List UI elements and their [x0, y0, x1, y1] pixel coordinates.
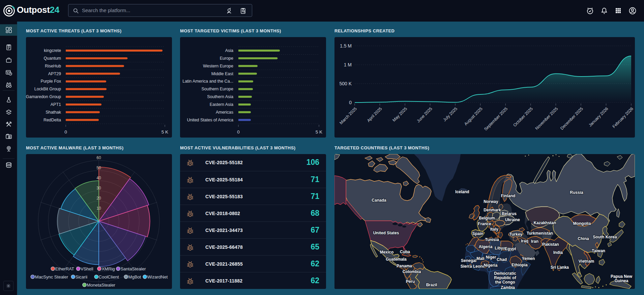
svg-text:Turkey: Turkey: [509, 232, 523, 237]
svg-text:500 K: 500 K: [339, 81, 352, 86]
svg-text:Gamaredon Group: Gamaredon Group: [26, 94, 61, 99]
svg-text:MgBot: MgBot: [128, 274, 141, 279]
svg-text:Ethiopia: Ethiopia: [511, 263, 528, 267]
svg-text:Iraq: Iraq: [521, 239, 528, 243]
svg-text:Mexico: Mexico: [380, 250, 394, 255]
svg-text:MonetaStealer: MonetaStealer: [87, 283, 115, 288]
svg-text:Finland: Finland: [501, 194, 516, 198]
svg-text:Colombia: Colombia: [403, 269, 421, 274]
svg-text:Guatemala: Guatemala: [386, 257, 407, 262]
svg-text:Shathak: Shathak: [46, 110, 61, 115]
svg-text:United States of America: United States of America: [187, 118, 233, 122]
svg-text:EtherRAT: EtherRAT: [55, 266, 74, 271]
svg-text:July 2025: July 2025: [442, 106, 459, 122]
svg-text:Russia: Russia: [570, 190, 583, 195]
svg-text:Eastern Asia: Eastern Asia: [210, 102, 233, 107]
svg-text:SantaStealer: SantaStealer: [120, 266, 146, 271]
svg-text:South Korea: South Korea: [593, 235, 617, 239]
svg-text:China: China: [578, 236, 589, 241]
svg-text:CoolClient: CoolClient: [99, 274, 119, 279]
svg-text:Chad: Chad: [497, 257, 507, 262]
svg-text:August 2025: August 2025: [463, 106, 484, 126]
svg-text:Papua New: Papua New: [611, 274, 633, 279]
svg-text:Sierra Leone: Sierra Leone: [461, 264, 485, 269]
svg-text:Denmark: Denmark: [484, 208, 501, 212]
svg-text:MacSync Stealer: MacSync Stealer: [35, 274, 68, 279]
svg-text:the Congo: the Congo: [495, 280, 515, 285]
svg-text:Sri Lanka: Sri Lanka: [551, 265, 569, 270]
svg-text:Sicarii: Sicarii: [76, 274, 88, 279]
svg-text:Middle East: Middle East: [211, 71, 234, 76]
svg-text:Brazil: Brazil: [426, 283, 437, 287]
svg-text:Latin America and the Ca...: Latin America and the Ca...: [182, 79, 233, 84]
svg-text:September 2025: September 2025: [483, 106, 508, 131]
svg-text:Quantum: Quantum: [44, 56, 61, 61]
svg-text:Norway: Norway: [484, 199, 498, 204]
svg-text:Democratic: Democratic: [494, 271, 516, 276]
svg-text:Purple Fox: Purple Fox: [41, 79, 61, 84]
svg-text:Europe: Europe: [220, 56, 233, 61]
svg-text:Nigeria: Nigeria: [484, 263, 498, 268]
svg-text:20: 20: [96, 196, 101, 201]
svg-text:10: 10: [96, 206, 101, 211]
svg-text:Pakistan: Pakistan: [542, 242, 559, 247]
svg-text:United States: United States: [373, 231, 399, 235]
svg-text:Asia: Asia: [225, 48, 233, 53]
svg-text:October 2025: October 2025: [512, 106, 533, 127]
svg-text:Peru: Peru: [406, 279, 415, 284]
svg-text:LockBit Group: LockBit Group: [34, 87, 61, 91]
svg-text:kingcrete: kingcrete: [44, 48, 61, 53]
svg-text:May 2025: May 2025: [391, 106, 408, 123]
svg-text:Iceland: Iceland: [455, 189, 469, 194]
svg-text:France: France: [478, 222, 491, 226]
svg-text:Libya: Libya: [495, 246, 505, 250]
svg-text:APT1: APT1: [51, 102, 61, 107]
svg-text:Italy: Italy: [490, 227, 498, 232]
svg-text:Iran: Iran: [531, 239, 538, 244]
svg-text:1.5 M: 1.5 M: [340, 43, 352, 49]
svg-text:Southern Asia: Southern Asia: [207, 94, 233, 99]
svg-text:Yemen: Yemen: [522, 256, 535, 261]
svg-text:Western Europe: Western Europe: [203, 64, 233, 68]
svg-text:Tunisia: Tunisia: [485, 237, 499, 242]
svg-text:Republic of: Republic of: [494, 275, 516, 280]
svg-text:WizardNet: WizardNet: [147, 274, 168, 279]
svg-text:5 K: 5 K: [316, 129, 322, 135]
svg-text:Taiwan: Taiwan: [592, 248, 605, 253]
svg-text:RedDelta: RedDelta: [43, 118, 61, 122]
svg-text:January 2026: January 2026: [588, 106, 609, 127]
svg-text:RiseHub: RiseHub: [45, 64, 61, 68]
svg-text:December 2025: December 2025: [559, 106, 584, 131]
svg-text:Ukraine: Ukraine: [505, 217, 520, 222]
svg-text:March 2025: March 2025: [339, 106, 358, 125]
svg-text:Guinea: Guinea: [615, 278, 628, 283]
svg-text:Turkmenistan: Turkmenistan: [527, 231, 553, 236]
svg-text:April 2025: April 2025: [366, 106, 383, 123]
svg-text:November 2025: November 2025: [534, 106, 559, 131]
svg-text:XMRig: XMRig: [101, 266, 115, 271]
svg-text:50: 50: [96, 166, 101, 170]
svg-text:Zambia: Zambia: [501, 285, 515, 289]
svg-text:Mongolia: Mongolia: [573, 221, 591, 226]
svg-text:Spain: Spain: [472, 231, 484, 236]
svg-text:APT29: APT29: [48, 71, 61, 76]
svg-text:0: 0: [237, 129, 240, 135]
svg-text:Panama: Panama: [397, 264, 412, 268]
svg-text:June 2025: June 2025: [416, 106, 433, 123]
svg-text:Senegal: Senegal: [461, 258, 476, 263]
svg-text:60: 60: [96, 155, 101, 160]
svg-text:Niger: Niger: [486, 255, 496, 260]
svg-text:Kazakhstan: Kazakhstan: [534, 220, 556, 225]
svg-text:Belarus: Belarus: [502, 211, 517, 216]
svg-text:0: 0: [349, 100, 352, 105]
svg-text:Cuba: Cuba: [400, 249, 410, 254]
svg-text:Egypt: Egypt: [505, 246, 516, 251]
svg-text:Vietnam: Vietnam: [579, 259, 594, 264]
svg-text:Algeria: Algeria: [479, 244, 493, 249]
svg-text:0: 0: [64, 129, 67, 135]
svg-text:India: India: [553, 250, 563, 255]
svg-text:VShell: VShell: [81, 266, 93, 271]
svg-text:5 K: 5 K: [162, 129, 168, 135]
svg-text:1 M: 1 M: [344, 62, 352, 67]
svg-text:Belgium: Belgium: [479, 216, 495, 220]
